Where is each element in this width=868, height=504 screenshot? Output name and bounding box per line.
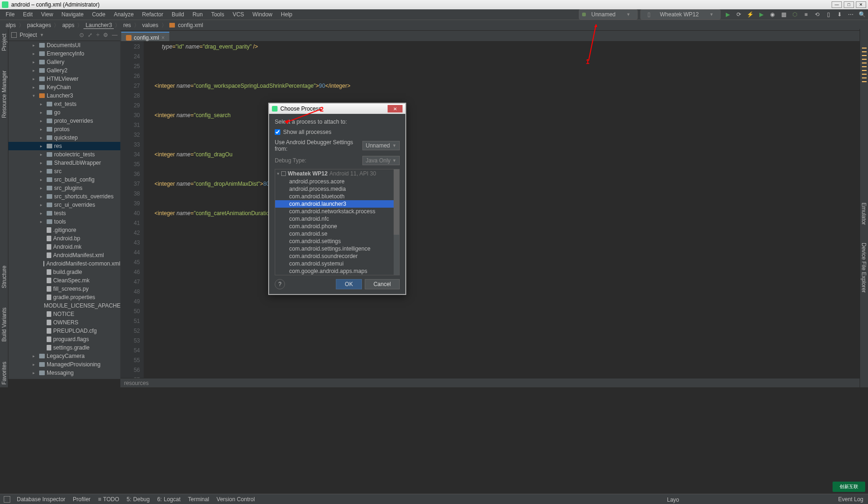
menu-refactor[interactable]: Refactor [139, 10, 167, 19]
tab-debug[interactable]: 5:Debug [124, 495, 153, 504]
tab-terminal[interactable]: Terminal [185, 495, 212, 504]
tab-device-file-explorer[interactable]: Device File Explorer [860, 241, 868, 294]
tree-item[interactable]: ▸src_ui_overrides [8, 201, 120, 209]
process-item[interactable]: com.android.launcher3 [275, 200, 399, 208]
process-item[interactable]: com.android.bluetooth [275, 193, 399, 200]
tab-logcat[interactable]: 6:Logcat [154, 495, 183, 504]
sync-icon[interactable]: ⟲ [813, 10, 821, 19]
expand-icon[interactable]: ⤢ [88, 32, 92, 38]
tree-item[interactable]: gradle.properties [8, 293, 120, 301]
process-item[interactable]: com.android.systemui [275, 260, 399, 267]
tree-item[interactable]: ▸robolectric_tests [8, 150, 120, 159]
show-all-checkbox[interactable] [275, 129, 280, 135]
tab-emulator[interactable]: Emulator [860, 201, 868, 227]
tab-todo[interactable]: ≡TODO [95, 495, 122, 504]
project-header-label[interactable]: Project [20, 32, 37, 38]
tab-structure[interactable]: Structure [1, 263, 7, 291]
coverage-icon[interactable]: ◉ [768, 10, 777, 19]
project-tree[interactable]: ▸DocumentsUI▸EmergencyInfo▸Gallery▸Galle… [8, 41, 120, 379]
menu-code[interactable]: Code [88, 10, 109, 19]
crumb-apps[interactable]: apps [60, 22, 76, 28]
sdk-icon[interactable]: ⬇ [835, 10, 844, 19]
tree-item[interactable]: ▸src [8, 167, 120, 175]
process-item[interactable]: com.google.android.apps.messaging [275, 275, 399, 275]
tree-item[interactable]: ▸ext_tests [8, 100, 120, 108]
tree-item[interactable]: .gitignore [8, 226, 120, 234]
device-selector[interactable]: ▯Wheatek WP12▼ [640, 9, 721, 20]
process-item[interactable]: android.process.acore [275, 178, 399, 185]
crumb-launcher3[interactable]: Launcher3 [83, 22, 114, 29]
tree-item[interactable]: ▸proto_overrides [8, 117, 120, 125]
menu-vcs[interactable]: VCS [229, 10, 248, 19]
tree-item[interactable]: fill_screens.py [8, 285, 120, 293]
tab-version-control[interactable]: Version Control [214, 495, 257, 504]
tab-layout[interactable]: Layo [664, 496, 682, 504]
menu-view[interactable]: View [37, 10, 57, 19]
debug-type-combo[interactable]: Java Only▼ [362, 156, 400, 165]
tree-item[interactable]: ▸Messaging [8, 369, 120, 377]
tree-item[interactable]: build.gradle [8, 268, 120, 276]
process-item[interactable]: com.android.soundrecorder [275, 252, 399, 260]
tree-item[interactable]: ▸tools [8, 217, 120, 226]
hide-icon[interactable]: — [112, 32, 118, 38]
process-item[interactable]: com.android.settings.intelligence [275, 245, 399, 252]
process-item[interactable]: com.android.networkstack.process [275, 208, 399, 215]
debug-icon[interactable]: ▶ [757, 10, 765, 19]
tree-item[interactable]: OWNERS [8, 318, 120, 327]
code-area[interactable]: type="id" name="drag_event_parity" /> <i… [144, 41, 860, 379]
tree-item[interactable]: AndroidManifest-common.xml [8, 259, 120, 268]
menu-tools[interactable]: Tools [208, 10, 228, 19]
tree-item[interactable]: ▸ManagedProvisioning [8, 360, 120, 369]
tree-item[interactable]: ▸SharedLibWrapper [8, 159, 120, 167]
tree-item[interactable]: CleanSpec.mk [8, 276, 120, 285]
process-item[interactable]: com.google.android.apps.maps [275, 267, 399, 275]
crumb-file[interactable]: config.xml [176, 22, 205, 28]
process-item[interactable]: android.process.media [275, 185, 399, 193]
search-icon[interactable]: 🔍 [858, 10, 866, 19]
attach-debugger-icon[interactable]: ⬡ [791, 10, 799, 19]
profile-icon[interactable]: ▦ [779, 10, 788, 19]
tree-item[interactable]: ▸protos [8, 125, 120, 133]
menu-help[interactable]: Help [277, 10, 296, 19]
apply-changes-icon[interactable]: ⟳ [735, 10, 743, 19]
dialog-titlebar[interactable]: Choose Process ✕ [269, 104, 405, 114]
tab-favorites[interactable]: Favorites [1, 359, 7, 387]
crumb-resources[interactable]: resources [124, 380, 149, 386]
tree-item[interactable]: NOTICE [8, 310, 120, 318]
tab-profiler[interactable]: Profiler [70, 495, 93, 504]
menu-navigate[interactable]: Navigate [58, 10, 87, 19]
tool-window-icon[interactable] [4, 496, 10, 503]
tree-item[interactable]: ▸go [8, 108, 120, 117]
crumb-values[interactable]: values [140, 22, 160, 28]
crumb-res[interactable]: res [121, 22, 133, 28]
stop-icon[interactable]: ■ [802, 10, 810, 19]
close-tab-icon[interactable]: × [161, 35, 165, 41]
tree-item[interactable]: ▸EmergencyInfo [8, 49, 120, 58]
tree-item[interactable]: ▸src_build_config [8, 175, 120, 184]
menu-edit[interactable]: Edit [19, 10, 36, 19]
scrollbar-thumb[interactable] [394, 169, 399, 235]
help-button[interactable]: ? [275, 279, 285, 289]
apply-code-icon[interactable]: ⚡ [746, 10, 754, 19]
editor[interactable]: 2324252627282930313233343536373839404142… [120, 41, 860, 379]
tree-item[interactable]: ▸DocumentsUI [8, 41, 120, 49]
tree-item[interactable]: Android.mk [8, 243, 120, 251]
run-icon[interactable]: ▶ [723, 10, 732, 19]
tree-item[interactable]: PREUPLOAD.cfg [8, 327, 120, 335]
menu-window[interactable]: Window [249, 10, 276, 19]
tree-item[interactable]: settings.gradle [8, 343, 120, 352]
maximize-button[interactable]: □ [844, 1, 854, 8]
tree-item[interactable]: ▸KeyChain [8, 83, 120, 91]
gear-icon[interactable]: ⚙ [103, 32, 108, 38]
menu-run[interactable]: Run [189, 10, 207, 19]
process-item[interactable]: com.android.se [275, 230, 399, 238]
tree-item[interactable]: proguard.flags [8, 335, 120, 343]
tree-item[interactable]: AndroidManifest.xml [8, 251, 120, 259]
menu-file[interactable]: File [2, 10, 18, 19]
process-item[interactable]: com.android.settings [275, 238, 399, 245]
more-icon[interactable]: ⋯ [847, 10, 855, 19]
process-item[interactable]: com.android.phone [275, 223, 399, 230]
dialog-close-button[interactable]: ✕ [388, 105, 403, 112]
tree-item[interactable]: ▸res [8, 142, 120, 150]
avd-icon[interactable]: ▯ [824, 10, 833, 19]
